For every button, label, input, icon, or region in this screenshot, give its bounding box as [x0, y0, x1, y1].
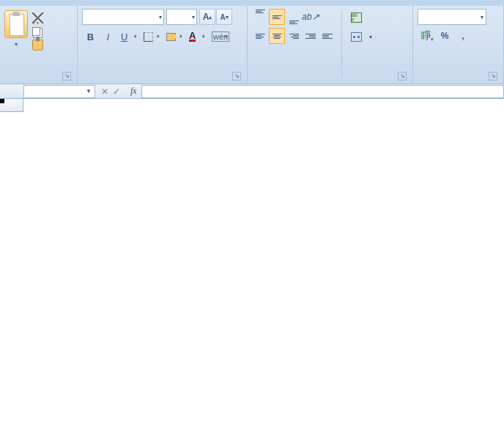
align-right-button[interactable]	[286, 28, 302, 44]
select-all-corner[interactable]	[0, 99, 23, 112]
chevron-down-icon: ▾	[15, 41, 18, 48]
italic-button[interactable]: I	[100, 29, 116, 45]
font-color-icon: A	[189, 31, 196, 42]
cancel-formula-button[interactable]: ✕	[101, 86, 108, 97]
align-top-button[interactable]	[252, 9, 268, 25]
border-icon	[144, 32, 153, 42]
brush-icon	[32, 40, 43, 51]
phonetic-button[interactable]: wén	[208, 29, 230, 45]
wrap-text-icon: abc	[351, 12, 362, 23]
copy-icon	[32, 27, 40, 36]
spreadsheet-grid[interactable]	[0, 99, 504, 434]
phonetic-icon: wén	[212, 31, 229, 42]
fill-color-button[interactable]	[163, 29, 185, 45]
increase-indent-button[interactable]	[319, 28, 336, 44]
format-painter-button[interactable]	[31, 39, 47, 51]
comma-icon: ,	[462, 31, 464, 41]
separator	[341, 10, 342, 77]
scissors-icon	[32, 12, 43, 23]
decrease-indent-icon	[305, 34, 316, 39]
increase-indent-icon	[322, 34, 333, 39]
merge-center-button[interactable]: ▾	[348, 29, 375, 45]
percent-button[interactable]: %	[436, 28, 453, 44]
align-left-button[interactable]	[252, 28, 268, 44]
underline-button[interactable]: U	[117, 29, 139, 45]
formula-input[interactable]	[141, 85, 504, 98]
grow-font-button[interactable]: A▴	[199, 9, 215, 25]
clipboard-launcher[interactable]: ↘	[62, 72, 71, 81]
chevron-down-icon: ▾	[481, 14, 483, 21]
alignment-launcher[interactable]: ↘	[398, 72, 407, 81]
align-middle-button[interactable]	[269, 9, 285, 25]
percent-icon: %	[441, 31, 449, 41]
merge-icon	[351, 32, 362, 42]
chevron-down-icon: ▾	[159, 14, 162, 21]
column-headers	[23, 99, 504, 112]
orientation-icon: ab↗	[302, 12, 319, 22]
font-launcher[interactable]: ↘	[232, 72, 241, 81]
shrink-font-button[interactable]: A▾	[216, 9, 232, 25]
ribbon: ▾ ↘ ▾ ▾ A▴ A▾ B I U	[0, 6, 504, 84]
comma-button[interactable]: ,	[454, 28, 472, 44]
currency-icon: 睜	[421, 29, 431, 42]
group-clipboard: ▾ ↘	[0, 6, 78, 83]
formula-bar: ▼ ✕ ✓ fx	[0, 84, 504, 99]
font-name-combo[interactable]: ▾	[82, 9, 164, 25]
chevron-down-icon: ▾	[369, 34, 372, 40]
orientation-button[interactable]: ab↗	[303, 9, 319, 25]
chevron-down-icon: ▼	[86, 88, 92, 94]
copy-button[interactable]	[31, 26, 47, 37]
name-box[interactable]: ▼	[23, 85, 95, 98]
paste-button[interactable]: ▾	[4, 9, 28, 78]
cells-area[interactable]	[23, 112, 504, 434]
ribbon-tabs	[0, 0, 504, 6]
border-button[interactable]	[140, 29, 162, 45]
align-bottom-button[interactable]	[286, 9, 302, 25]
number-format-combo[interactable]: ▾	[418, 9, 486, 25]
paint-bucket-icon	[166, 33, 176, 41]
number-launcher[interactable]: ↘	[489, 72, 497, 81]
bold-button[interactable]: B	[82, 29, 99, 45]
fx-icon[interactable]: fx	[126, 86, 141, 97]
group-font: ▾ ▾ A▴ A▾ B I U A wén ↘	[78, 6, 248, 83]
font-color-button[interactable]: A	[185, 29, 207, 45]
currency-button[interactable]: 睜	[418, 28, 435, 44]
align-center-button[interactable]	[269, 28, 285, 44]
cut-button[interactable]	[31, 12, 47, 24]
wrap-text-button[interactable]: abc	[348, 10, 375, 26]
group-alignment: ab↗ abc ▾ ↘	[248, 6, 413, 83]
enter-formula-button[interactable]: ✓	[113, 86, 120, 97]
decrease-indent-button[interactable]	[303, 28, 319, 44]
chevron-down-icon: ▾	[192, 14, 195, 21]
font-size-combo[interactable]: ▾	[166, 9, 197, 25]
group-number: ▾ 睜 % , ↘	[413, 6, 504, 83]
paste-icon	[4, 10, 28, 38]
